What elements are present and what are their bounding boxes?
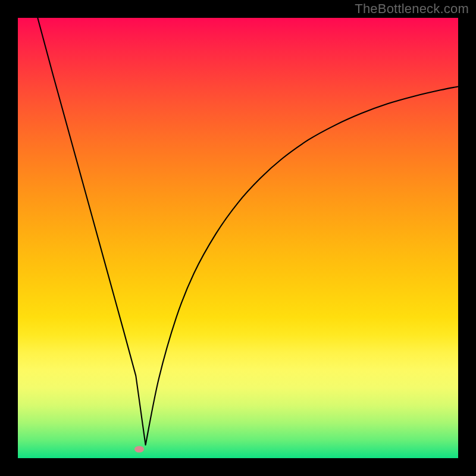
curve-svg [18, 18, 458, 458]
plot-area [18, 18, 458, 458]
chart-frame: TheBottleneck.com [0, 0, 476, 476]
bottleneck-curve-path [37, 18, 458, 445]
attribution-text: TheBottleneck.com [355, 1, 469, 17]
minimum-marker [134, 446, 144, 453]
